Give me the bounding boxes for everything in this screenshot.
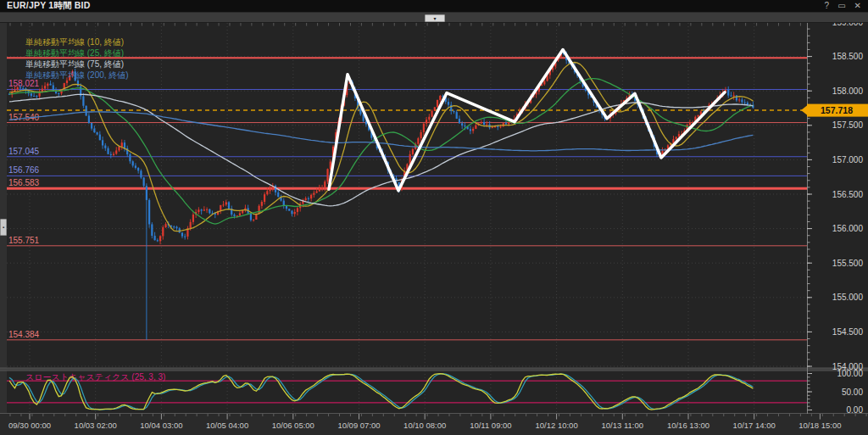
time-tick-label: 10/05 04:00	[206, 421, 248, 430]
price-tick-label: 155.000	[832, 293, 864, 302]
current-price-value: 157.718	[821, 105, 853, 115]
time-tick-label: 10/13 11:00	[602, 421, 643, 430]
price-tick-label: 155.500	[832, 259, 864, 268]
toolbar: ▾	[0, 12, 868, 23]
price-tick-label: 157.000	[832, 155, 864, 165]
stoch-tick-label: 50.00	[842, 388, 863, 397]
price-tick-label: 158.000	[832, 86, 864, 96]
help-button[interactable]: ?	[825, 0, 830, 12]
time-tick-label: 10/11 09:00	[470, 421, 511, 430]
time-tick-label: 09/30 00:00	[8, 421, 51, 430]
price-tick-label: 158.500	[832, 52, 864, 61]
stoch-tick-label: 0.00	[847, 405, 864, 415]
window-controls: ? ▭ ✕	[825, 0, 861, 12]
level-label: 156.766	[8, 165, 40, 175]
window-title: EUR/JPY 1時間 BID	[7, 0, 91, 12]
legend-entry: 単純移動平均線 (200, 終値)	[25, 70, 129, 80]
price-tick-label: 156.500	[832, 190, 864, 199]
time-tick-label: 10/12 10:00	[536, 421, 578, 430]
time-tick-label: 10/09 07:00	[337, 421, 380, 430]
current-price-badge: 157.718	[801, 104, 868, 117]
level-label: 155.751	[8, 236, 40, 245]
price-tick-label: 154.500	[832, 327, 864, 337]
time-tick-label: 10/16 13:00	[667, 421, 709, 430]
legend-entry: 単純移動平均線 (10, 終値)	[25, 37, 124, 47]
toolbar-collapse-button[interactable]: ▾	[425, 14, 445, 22]
time-tick-label: 10/10 08:00	[403, 421, 446, 430]
price-tick-label: 159.000	[832, 23, 864, 27]
price-tick-label: 156.000	[832, 224, 864, 233]
titlebar: EUR/JPY 1時間 BID ? ▭ ✕	[0, 0, 868, 12]
chart-window: EUR/JPY 1時間 BID ? ▭ ✕ ▾ 158.021157.54015…	[0, 0, 868, 435]
stoch-tick-label: 100.00	[837, 369, 863, 378]
time-tick-label: 10/03 02:00	[75, 421, 117, 430]
level-label: 156.583	[8, 178, 40, 187]
time-tick-label: 10/17 14:00	[733, 421, 776, 430]
level-label: 158.021	[8, 79, 40, 88]
chart-background	[0, 23, 868, 414]
time-tick-label: 10/04 03:00	[140, 421, 182, 430]
level-label: 154.384	[8, 330, 40, 339]
level-label: 157.045	[8, 147, 40, 156]
price-tick-label: 157.500	[832, 120, 864, 130]
close-button[interactable]: ✕	[854, 0, 861, 12]
stochastic-label: スローストキャスティクス (25, 3, 3)	[25, 372, 165, 382]
time-tick-label: 10/18 15:00	[798, 421, 841, 430]
time-tick-label: 10/06 05:00	[272, 421, 314, 430]
legend-entry: 単純移動平均線 (25, 終値)	[25, 48, 124, 58]
price-chart-canvas[interactable]: 158.021157.540157.045156.766156.583155.7…	[0, 23, 868, 435]
legend-entry: 単純移動平均線 (75, 終値)	[25, 59, 124, 69]
restore-button[interactable]: ▭	[837, 0, 845, 12]
side-panel-handle[interactable]: ▪	[0, 219, 7, 236]
